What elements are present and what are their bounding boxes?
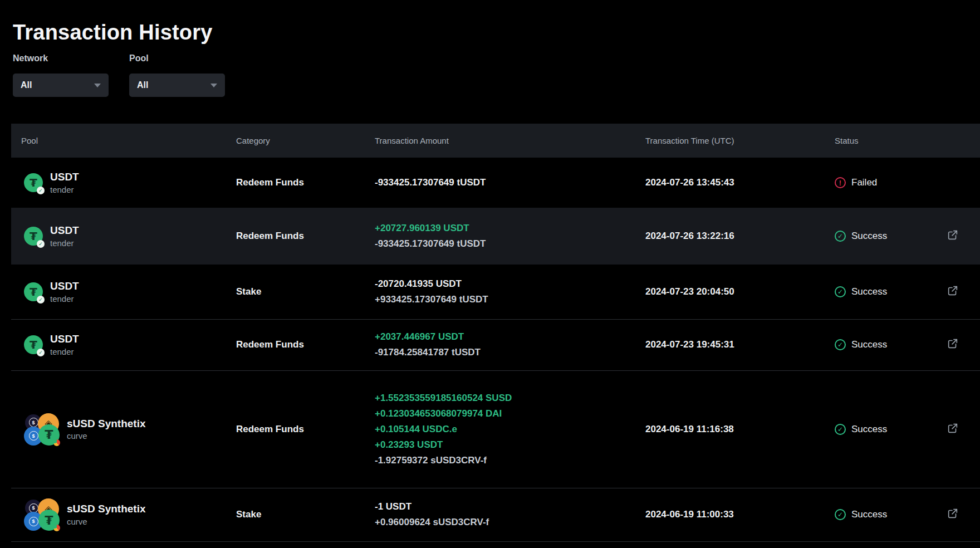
success-check-icon: ✓ [835, 339, 846, 350]
amount-cell: +1.552353559185160524 SUSD+0.12303465306… [375, 370, 645, 488]
tether-coin-icon: ₮ [38, 424, 60, 446]
category-cell: Stake [236, 265, 375, 319]
filters-bar: Network All Pool All [13, 53, 225, 97]
pool-name: sUSD Synthetix [67, 503, 145, 515]
pool-cell: ₮✓USDTtender [11, 333, 236, 356]
verified-check-badge: ✓ [37, 187, 45, 194]
verified-check-badge: ✓ [37, 349, 45, 356]
usdt-coin-icon: ₮✓ [24, 173, 43, 192]
table-row[interactable]: $◈$₮sUSD SynthetixcurveRedeem Funds+1.55… [11, 370, 980, 488]
column-header-actions [941, 124, 980, 158]
success-check-icon: ✓ [835, 424, 846, 435]
network-filter-group: Network All [13, 53, 109, 97]
column-header-category: Category [236, 124, 375, 158]
usdt-coin-icon: ₮✓ [24, 227, 43, 246]
pool-network: curve [67, 431, 145, 441]
amount-line: -1.92759372 sUSD3CRV-f [375, 453, 645, 468]
pool-network: tender [50, 347, 79, 356]
time-cell: 2024-07-26 13:22:16 [645, 208, 835, 265]
success-check-icon: ✓ [835, 286, 846, 297]
external-link-icon[interactable] [947, 229, 959, 241]
amount-line: +20727.960139 USDT [375, 221, 645, 236]
column-header-amount: Transaction Amount [375, 124, 645, 158]
tether-coin-icon: ₮ [38, 510, 60, 531]
pool-name: USDT [50, 333, 79, 345]
pool-filter-value: All [137, 80, 148, 90]
transaction-table: Pool Category Transaction Amount Transac… [11, 124, 980, 548]
status-label: Success [851, 509, 887, 520]
status-label: Failed [851, 177, 877, 188]
status-cell: ✓Success [835, 339, 941, 350]
pool-cell: $◈$₮sUSD Synthetixcurve [11, 498, 236, 531]
status-cell: !Failed [835, 177, 941, 188]
status-cell: ✓Success [835, 286, 941, 297]
success-check-icon: ✓ [835, 509, 846, 520]
verified-check-badge: ✓ [37, 240, 45, 248]
verified-check-badge: ✓ [37, 296, 45, 304]
tether-symbol: ₮ [30, 231, 37, 242]
amount-line: -933425.17307649 tUSDT [375, 175, 645, 190]
external-link-icon[interactable] [947, 285, 959, 297]
time-cell: 2024-07-23 20:04:50 [645, 265, 835, 319]
chevron-down-icon [94, 84, 101, 87]
pool-network: tender [50, 238, 79, 248]
tether-symbol: ₮ [30, 177, 37, 188]
link-cell [941, 158, 980, 208]
table-row[interactable]: $◈$₮sUSD SynthetixcurveStake-1 USDT+0.96… [11, 488, 980, 541]
amount-cell: -1 USDT+0.96009624 sUSD3CRV-f [375, 488, 645, 541]
pool-name: USDT [50, 171, 79, 183]
time-cell: 2024-06-19 11:16:38 [645, 370, 835, 488]
pool-network: tender [50, 294, 79, 304]
pool-filter-select[interactable]: All [129, 74, 225, 97]
table-row[interactable]: ₮✓USDTtenderRedeem Funds+2037.446967 USD… [11, 319, 980, 370]
category-cell: Stake [236, 488, 375, 541]
partial-next-row [11, 541, 980, 548]
usdt-coin-icon: ₮✓ [24, 282, 43, 301]
curve-mini-badge [53, 525, 60, 531]
pool-cell: ₮✓USDTtender [11, 171, 236, 194]
status-cell: ✓Success [835, 231, 941, 242]
link-cell [941, 370, 980, 488]
amount-line: +2037.446967 USDT [375, 329, 645, 345]
table-row[interactable]: ₮✓USDTtenderRedeem Funds+20727.960139 US… [11, 208, 980, 265]
table-row[interactable]: ₮✓USDTtenderStake-20720.41935 USDT+93342… [11, 265, 980, 319]
category-cell: Redeem Funds [236, 208, 375, 265]
external-link-icon[interactable] [947, 422, 959, 434]
pool-filter-label: Pool [129, 53, 225, 63]
amount-line: +1.552353559185160524 SUSD [375, 390, 645, 406]
susd-synthetix-cluster-icon: $◈$₮ [24, 413, 60, 446]
amount-cell: +20727.960139 USDT-933425.17307649 tUSDT [375, 208, 645, 265]
amount-line: +0.96009624 sUSD3CRV-f [375, 515, 645, 530]
tether-symbol: ₮ [30, 339, 37, 350]
pool-cell: ₮✓USDTtender [11, 224, 236, 248]
success-check-icon: ✓ [835, 231, 846, 242]
category-cell: Redeem Funds [236, 370, 375, 488]
chevron-down-icon [210, 84, 217, 87]
category-cell: Redeem Funds [236, 319, 375, 370]
external-link-icon[interactable] [947, 337, 959, 350]
status-label: Success [851, 424, 887, 435]
amount-cell: -20720.41935 USDT+933425.17307649 tUSDT [375, 265, 645, 319]
link-cell [941, 265, 980, 319]
pool-network: tender [50, 185, 79, 194]
status-label: Success [851, 339, 887, 350]
amount-line: -1 USDT [375, 499, 645, 515]
susd-synthetix-cluster-icon: $◈$₮ [24, 498, 60, 531]
status-cell: ✓Success [835, 424, 941, 435]
external-link-icon[interactable] [947, 507, 959, 520]
link-cell [941, 319, 980, 370]
amount-line: +933425.17307649 tUSDT [375, 292, 645, 307]
time-cell: 2024-07-23 19:45:31 [645, 319, 835, 370]
table-row[interactable]: ₮✓USDTtenderRedeem Funds-933425.17307649… [11, 158, 980, 208]
link-cell [941, 208, 980, 265]
pool-cell: ₮✓USDTtender [11, 280, 236, 304]
curve-mini-badge [53, 439, 60, 446]
time-cell: 2024-06-19 11:00:33 [645, 488, 835, 541]
amount-cell: +2037.446967 USDT-91784.25841787 tUSDT [375, 319, 645, 370]
transaction-history-page: { "title": "Transaction History", "filte… [0, 0, 980, 548]
status-label: Success [851, 231, 887, 242]
table-header-row: Pool Category Transaction Amount Transac… [11, 124, 980, 158]
network-filter-select[interactable]: All [13, 74, 109, 97]
pool-filter-group: Pool All [129, 53, 225, 97]
page-title: Transaction History [13, 21, 213, 45]
